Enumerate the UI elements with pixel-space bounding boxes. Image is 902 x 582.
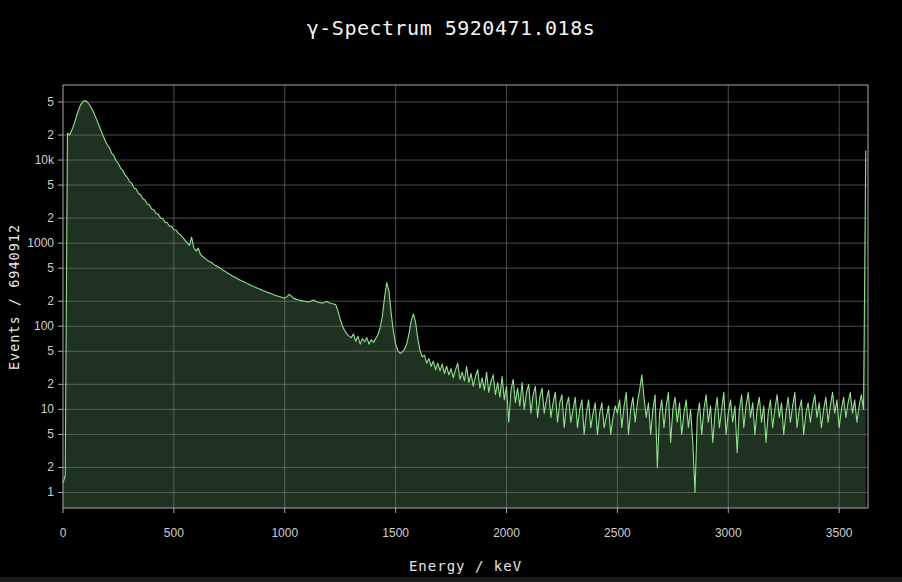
y-tick-label: 5 bbox=[47, 261, 54, 275]
y-tick-label: 2 bbox=[47, 211, 54, 225]
y-tick-label: 5 bbox=[47, 95, 54, 109]
x-tick-label: 500 bbox=[164, 526, 184, 540]
y-tick-label: 5 bbox=[47, 427, 54, 441]
x-tick-label: 2500 bbox=[604, 526, 631, 540]
x-tick-label: 3500 bbox=[826, 526, 853, 540]
window-bottom-edge bbox=[0, 577, 902, 582]
x-tick-label: 3000 bbox=[715, 526, 742, 540]
spectrum-app-window: γ-Spectrum 5920471.018s Events / 6940912… bbox=[0, 0, 902, 582]
y-tick-label: 1000 bbox=[27, 236, 54, 250]
y-tick-label: 1 bbox=[47, 485, 54, 499]
x-tick-label: 1000 bbox=[271, 526, 298, 540]
x-tick-label: 0 bbox=[60, 526, 67, 540]
y-tick-label: 2 bbox=[47, 460, 54, 474]
spectrum-plot-area[interactable]: 0500100015002000250030003500125102510025… bbox=[0, 0, 902, 582]
y-tick-label: 5 bbox=[47, 344, 54, 358]
x-tick-label: 1500 bbox=[382, 526, 409, 540]
y-tick-label: 100 bbox=[34, 319, 54, 333]
y-tick-label: 10 bbox=[41, 402, 55, 416]
spectrum-fill bbox=[63, 101, 866, 508]
y-tick-label: 2 bbox=[47, 294, 54, 308]
y-tick-label: 2 bbox=[47, 128, 54, 142]
x-axis-label: Energy / keV bbox=[63, 558, 868, 574]
y-tick-label: 2 bbox=[47, 377, 54, 391]
y-tick-label: 5 bbox=[47, 178, 54, 192]
x-tick-label: 2000 bbox=[493, 526, 520, 540]
y-tick-label: 10k bbox=[35, 153, 55, 167]
